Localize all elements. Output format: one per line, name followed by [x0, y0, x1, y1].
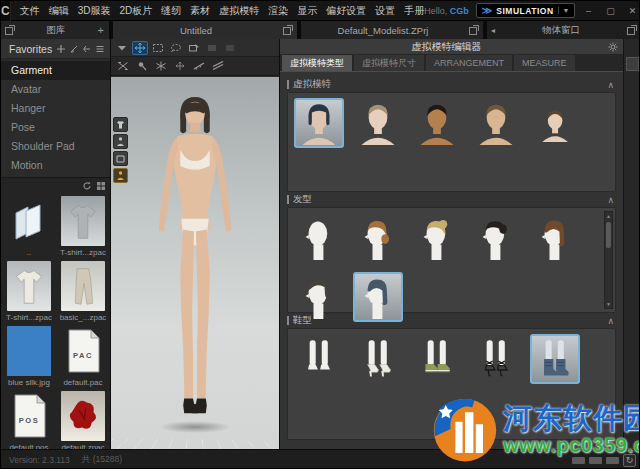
avatar-female-a-thumbnail[interactable] [294, 98, 344, 148]
avatar-female-b-thumbnail[interactable] [353, 98, 403, 148]
avatar-male-a-thumbnail[interactable] [412, 98, 462, 148]
hair-updo-thumbnail[interactable] [471, 213, 521, 263]
measure-line-tool-icon[interactable] [191, 59, 207, 73]
library-item[interactable]: .. [4, 196, 54, 257]
view-mode-icon[interactable] [96, 181, 106, 191]
scroll-left-icon[interactable]: ◂ [491, 26, 495, 35]
gear-icon[interactable] [608, 42, 618, 52]
sidebar-item-hanger[interactable]: Hanger [1, 99, 110, 118]
add-favorite-icon[interactable] [56, 44, 66, 54]
menu-item[interactable]: 素材 [190, 4, 210, 18]
refresh-library-icon[interactable] [82, 181, 92, 191]
edit-favorite-icon[interactable] [69, 44, 79, 54]
editor-footer-checkbox[interactable] [448, 434, 457, 443]
sidebar-item-pose[interactable]: Pose [1, 118, 110, 137]
rectangle-select-icon[interactable] [150, 41, 166, 55]
viewport-canvas[interactable] [111, 77, 279, 449]
simulation-button[interactable]: ≫ SIMULATION ▼ [476, 3, 576, 18]
library-item[interactable]: POSdefault.pos [4, 391, 54, 452]
shoe-bare-thumbnail[interactable] [294, 334, 344, 384]
view-caret-icon[interactable] [114, 41, 130, 55]
popout-icon[interactable] [283, 25, 293, 35]
greeting-user[interactable]: CGb [450, 6, 469, 16]
menu-item[interactable]: 文件 [20, 4, 40, 18]
editor-tab[interactable]: 虚拟模特类型 [282, 55, 352, 71]
show-arrangement-toggle[interactable] [113, 151, 128, 166]
project-tab[interactable]: Default_Modelist.ZPrj [301, 21, 485, 39]
list-menu-icon[interactable] [95, 44, 105, 54]
close-button[interactable]: ✕ [626, 6, 638, 16]
library-item-thumbnail[interactable]: PAC [61, 326, 105, 376]
scrollbar-thumb[interactable] [606, 222, 611, 248]
library-item-thumbnail[interactable] [7, 326, 51, 376]
object-window-tab[interactable]: ◂ 物体窗口 [487, 21, 640, 39]
add-tab-icon[interactable]: + [98, 24, 104, 36]
tool-dim-2-icon[interactable] [222, 41, 238, 55]
library-tab[interactable]: 图库 + [1, 21, 111, 39]
avatar-model[interactable] [140, 91, 250, 425]
popout-icon[interactable] [627, 25, 637, 35]
scroll-up-icon[interactable]: ▲ [606, 212, 611, 220]
scrollbar[interactable]: ▲▼ [604, 211, 613, 309]
select-move-icon[interactable] [132, 41, 148, 55]
menu-item[interactable]: 手册 [404, 4, 424, 18]
library-item-thumbnail[interactable] [61, 196, 105, 246]
minimize-button[interactable]: – [582, 6, 594, 16]
shoe-heel-thumbnail[interactable] [353, 334, 403, 384]
menu-item[interactable]: 偏好设置 [326, 4, 366, 18]
hair-ponytail-thumbnail[interactable] [353, 213, 403, 263]
library-item[interactable]: basic_...zpac [58, 261, 108, 322]
lasso-select-icon[interactable] [168, 41, 184, 55]
menu-item[interactable]: 虚拟模特 [219, 4, 259, 18]
mesh-select-icon[interactable] [186, 41, 202, 55]
move-favorite-icon[interactable] [82, 44, 92, 54]
maximize-button[interactable]: ▢ [604, 6, 616, 16]
shoe-sneaker-thumbnail[interactable] [412, 334, 462, 384]
collapse-chevron-icon[interactable]: ∧ [607, 195, 616, 205]
show-garment-toggle[interactable] [113, 117, 128, 132]
collapse-chevron-icon[interactable]: ∧ [607, 80, 616, 90]
avatar-male-b-thumbnail[interactable] [471, 98, 521, 148]
refresh-icon[interactable]: ↻ [623, 454, 636, 467]
measure-double-tool-icon[interactable] [210, 59, 226, 73]
editor-tab[interactable]: 虚拟模特尺寸 [354, 55, 424, 71]
shoe-sandal-thumbnail[interactable] [471, 334, 521, 384]
library-item-thumbnail[interactable] [61, 261, 105, 311]
hair-bob-brown-thumbnail[interactable] [530, 213, 580, 263]
tool-dim-1-icon[interactable] [204, 41, 220, 55]
editor-tab[interactable]: ARRANGEMENT [426, 55, 512, 71]
scroll-down-icon[interactable]: ▼ [606, 300, 611, 308]
collapse-chevron-icon[interactable]: ∧ [607, 316, 616, 326]
library-item[interactable]: T-shirt...zpac [4, 261, 54, 322]
library-item[interactable]: T-shirt...zpac [58, 196, 108, 257]
freeze-tool-icon[interactable] [153, 59, 169, 73]
gizmo-tool-icon[interactable] [172, 59, 188, 73]
library-item-thumbnail[interactable] [7, 196, 51, 246]
sidebar-item-avatar[interactable]: Avatar [1, 80, 110, 99]
hair-bun-thumbnail[interactable] [412, 213, 462, 263]
menu-item[interactable]: 缝纫 [161, 4, 181, 18]
collapsed-panel-tab[interactable] [626, 57, 639, 71]
menu-item[interactable]: 3D服装 [78, 4, 111, 18]
sidebar-item-motion[interactable]: Motion [1, 156, 110, 175]
shoe-boot-thumbnail[interactable] [530, 334, 580, 384]
pin-tool-icon[interactable] [134, 59, 150, 73]
show-pose-toggle[interactable] [113, 168, 128, 183]
library-item[interactable]: PACdefault.pac [58, 326, 108, 387]
library-item-thumbnail[interactable]: POS [7, 391, 51, 441]
editor-tab[interactable]: MEASURE [514, 55, 575, 71]
hair-bald-thumbnail[interactable] [294, 213, 344, 263]
menu-item[interactable]: 渲染 [268, 4, 288, 18]
library-item[interactable]: default.zpac [58, 391, 108, 452]
menu-item[interactable]: 设置 [375, 4, 395, 18]
sidebar-item-shoulder-pad[interactable]: Shoulder Pad [1, 137, 110, 156]
hair-pixie-thumbnail[interactable] [294, 272, 344, 322]
avatar-child-thumbnail[interactable] [530, 98, 580, 148]
library-item-thumbnail[interactable] [7, 261, 51, 311]
app-logo-icon[interactable]: C [1, 1, 11, 21]
menu-item[interactable]: 显示 [297, 4, 317, 18]
popout-icon[interactable] [5, 25, 15, 35]
simulation-dropdown-caret[interactable]: ▼ [558, 7, 570, 14]
untitled-tab[interactable]: Untitled [113, 21, 299, 39]
untangle-tool-icon[interactable] [115, 59, 131, 73]
